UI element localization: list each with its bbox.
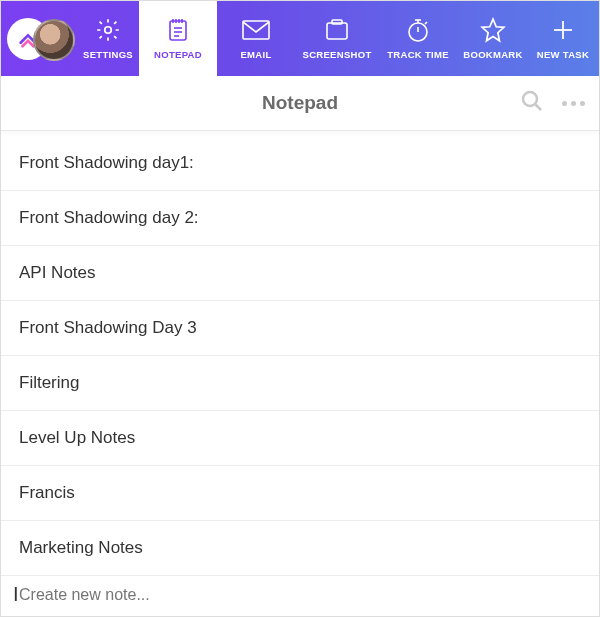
search-icon: [520, 89, 544, 113]
tab-label: NEW TASK: [537, 49, 589, 60]
plus-icon: [548, 17, 578, 43]
tab-label: NOTEPAD: [154, 49, 202, 60]
note-row[interactable]: Level Up Notes: [1, 411, 599, 466]
user-avatar[interactable]: [33, 19, 75, 61]
tab-label: EMAIL: [240, 49, 271, 60]
note-row[interactable]: Front Shadowing Day 3: [1, 301, 599, 356]
svg-line-16: [425, 22, 427, 24]
tab-label: SCREENSHOT: [303, 49, 372, 60]
tab-notepad[interactable]: NOTEPAD: [139, 1, 217, 76]
tab-label: BOOKMARK: [463, 49, 522, 60]
star-icon: [478, 17, 508, 43]
svg-point-19: [523, 92, 537, 106]
gear-icon: [93, 17, 123, 43]
search-button[interactable]: [520, 89, 544, 117]
note-row[interactable]: Front Shadowing day 2:: [1, 191, 599, 246]
svg-rect-10: [327, 23, 347, 39]
tab-track-time[interactable]: TRACK TIME: [379, 1, 457, 76]
page-title: Notepad: [262, 92, 338, 114]
tab-settings[interactable]: SETTINGS: [77, 1, 139, 76]
more-button[interactable]: [562, 101, 585, 106]
svg-point-0: [105, 27, 112, 34]
tab-label: SETTINGS: [83, 49, 133, 60]
screenshot-icon: [322, 17, 352, 43]
topbar: SETTINGS NOTEPAD: [1, 1, 599, 76]
subheader: Notepad: [1, 76, 599, 131]
note-row[interactable]: Front Shadowing day1:: [1, 131, 599, 191]
tab-new-task[interactable]: NEW TASK: [529, 1, 597, 76]
svg-line-20: [536, 105, 542, 111]
svg-rect-11: [332, 20, 342, 24]
ellipsis-icon: [562, 101, 567, 106]
note-row[interactable]: Francis: [1, 466, 599, 521]
logo-avatar-group[interactable]: [7, 13, 69, 65]
tab-label: TRACK TIME: [387, 49, 449, 60]
notes-list[interactable]: Front Shadowing day1: Front Shadowing da…: [1, 131, 599, 617]
tab-strip: SETTINGS NOTEPAD: [77, 1, 599, 76]
svg-rect-1: [170, 21, 186, 40]
note-row[interactable]: API Notes: [1, 246, 599, 301]
notepad-icon: [163, 17, 193, 43]
note-row[interactable]: Marketing Notes: [1, 521, 599, 576]
tab-screenshot[interactable]: SCREENSHOT: [295, 1, 379, 76]
create-note-input[interactable]: [1, 576, 599, 617]
email-icon: [241, 17, 271, 43]
note-row[interactable]: Filtering: [1, 356, 599, 411]
svg-rect-9: [243, 21, 269, 39]
stopwatch-icon: [403, 17, 433, 43]
tab-email[interactable]: EMAIL: [217, 1, 295, 76]
tab-bookmark[interactable]: BOOKMARK: [457, 1, 529, 76]
